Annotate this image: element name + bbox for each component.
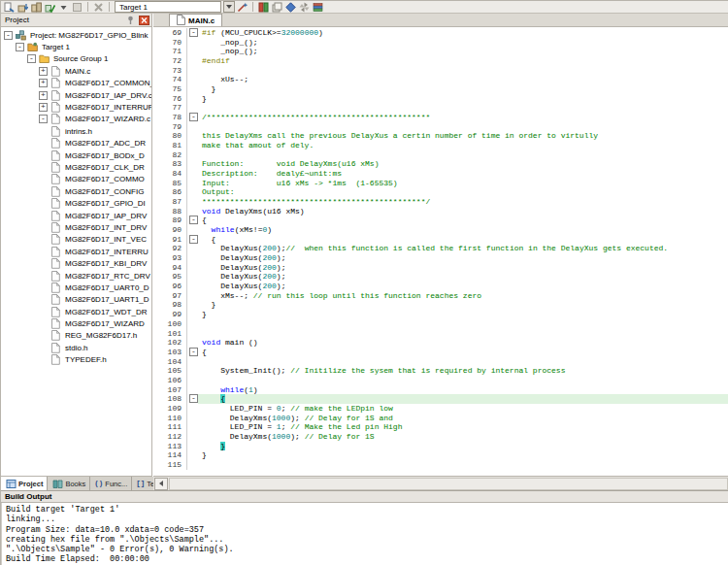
tree-item[interactable]: MG82F6D17_INT_VEC [1,234,151,246]
translate-icon[interactable] [3,1,16,13]
flash-download-icon[interactable] [257,1,270,13]
code-line[interactable]: 89-{ [153,216,728,225]
fold-collapse-icon[interactable]: - [189,28,198,37]
expand-expander-icon[interactable]: + [39,79,48,87]
code-line[interactable]: 99} [153,310,728,319]
code-line[interactable]: 70 _nop_(); [153,38,728,48]
code-editor[interactable]: 69-#if (MCU_CPUCLK>=32000000)70 _nop_();… [153,27,728,476]
build-icon[interactable] [17,1,29,13]
collapse-expander-icon[interactable]: - [4,31,13,40]
collapse-expander-icon[interactable]: - [39,115,48,123]
code-line[interactable]: 83Function: void DelayXms(u16 xMs) [153,159,728,169]
code-line[interactable]: 100 [153,319,728,329]
manage-project-items-icon[interactable] [271,1,283,13]
run-time-environment-icon[interactable] [284,1,297,13]
stop-build-icon[interactable] [71,1,83,13]
tree-item[interactable]: stdio.h [1,342,151,353]
tree-item[interactable]: +MAIN.c [1,65,151,77]
expand-expander-icon[interactable]: + [39,91,48,100]
fold-collapse-icon[interactable]: - [189,235,198,244]
panel-tab-books[interactable]: Books [48,477,90,490]
tree-item[interactable]: MG82F6D17_CLK_DR [1,161,151,173]
code-line[interactable]: 73 [153,66,728,76]
close-icon[interactable] [138,15,149,25]
panel-tab-project[interactable]: Project [1,477,48,490]
tree-item[interactable]: MG82F6D17_IAP_DRV [1,210,151,221]
tree-item[interactable]: MG82F6D17_COMMO [1,174,151,185]
code-line[interactable]: 76} [153,94,728,104]
code-line[interactable]: 107 while(1) [153,385,728,395]
tree-item[interactable]: MG82F6D17_ADC_DR [1,138,151,150]
code-line[interactable]: 110 DelayXms(1000); // Delay for 1S and [153,414,728,423]
tree-item[interactable]: -Project: MG82F6D17_GPIO_Blink [1,29,151,41]
code-line[interactable]: 109 LED_PIN = 0; // make the LEDpin low [153,404,728,414]
code-line[interactable]: 91- { [153,235,728,245]
fold-collapse-icon[interactable]: - [189,394,198,403]
code-line[interactable]: 69-#if (MCU_CPUCLK>=32000000) [153,28,728,38]
tree-item[interactable]: TYPEDEF.h [1,354,151,366]
tree-item[interactable]: intrins.h [1,125,151,137]
tree-item[interactable]: MG82F6D17_INTERRU [1,246,151,257]
code-line[interactable]: 112 DelayXms(1000); // Delay for 1S [153,432,728,442]
tree-item[interactable]: MG82F6D17_WDT_DR [1,306,151,317]
books-stack-icon[interactable] [312,1,324,13]
code-line[interactable]: 72#endif [153,56,728,66]
code-line[interactable]: 93 DelayXus(200); [153,253,728,263]
tree-item[interactable]: +MG82F6D17_IAP_DRV.c [1,89,151,101]
code-line[interactable]: 95 DelayXus(200); [153,272,728,282]
code-line[interactable]: 104 [153,357,728,367]
code-line[interactable]: 79 [153,122,728,132]
fold-collapse-icon[interactable]: - [189,216,198,224]
expand-expander-icon[interactable]: + [39,103,48,112]
code-line[interactable]: 94 DelayXus(200); [153,263,728,273]
download-icon[interactable] [92,1,105,13]
options-for-target-icon[interactable] [236,1,248,13]
collapse-expander-icon[interactable]: - [16,43,24,51]
tree-item[interactable]: -Source Group 1 [1,53,151,65]
code-line[interactable]: 114} [153,450,728,460]
code-line[interactable]: 88void DelayXms(u16 xMs) [153,207,728,216]
batch-build-icon[interactable] [44,1,56,13]
tree-item[interactable]: MG82F6D17_UART1_D [1,294,151,306]
tree-item[interactable]: MG82F6D17_CONFIG [1,185,151,197]
code-line[interactable]: 113 } [153,442,728,451]
code-line[interactable]: 106 [153,376,728,385]
scroll-left-button[interactable] [154,478,168,490]
code-line[interactable]: 87**************************************… [153,197,728,207]
code-line[interactable]: 82 [153,150,728,160]
code-line[interactable]: 115 [153,460,728,470]
target-select[interactable]: Target 1 [115,1,221,13]
tree-item[interactable]: REG_MG82F6D17.h [1,330,151,342]
tree-item[interactable]: MG82F6D17_KBI_DRV [1,257,151,269]
code-line[interactable]: 108- { [153,394,728,404]
tree-item[interactable]: MG82F6D17_WIZARD [1,317,151,329]
collapse-expander-icon[interactable]: - [27,54,36,63]
code-line[interactable]: 101 [153,329,728,339]
code-line[interactable]: 85Input: u16 xMs -> *1ms (1-65535) [153,179,728,188]
fold-collapse-icon[interactable]: - [189,348,198,356]
code-line[interactable]: 77 [153,103,728,113]
code-line[interactable]: 92 DelayXus(200);// when this function i… [153,244,728,253]
code-line[interactable]: 86Output: [153,187,728,197]
expand-expander-icon[interactable]: + [39,67,48,76]
tree-item[interactable]: -Target 1 [1,41,151,52]
target-select-dropdown-button[interactable] [223,1,235,13]
fold-collapse-icon[interactable]: - [189,113,198,121]
code-line[interactable]: 90 while(xMs!=0) [153,225,728,235]
tab-main-c[interactable]: MAIN.c [169,14,222,26]
editor-horizontal-scrollbar[interactable] [153,476,728,490]
tree-item[interactable]: -MG82F6D17_WIZARD.c [1,114,151,125]
scrollbar-track[interactable] [169,478,728,490]
tree-item[interactable]: MG82F6D17_UART0_D [1,282,151,293]
code-line[interactable]: 96 DelayXus(200); [153,282,728,291]
rebuild-icon[interactable] [30,1,43,13]
code-line[interactable]: 71 _nop_(); [153,47,728,56]
tree-item[interactable]: MG82F6D17_INT_DRV [1,221,151,233]
pin-icon[interactable] [124,15,136,25]
pinwheel-icon[interactable] [298,1,311,13]
code-line[interactable]: 74 xUs--; [153,75,728,84]
code-line[interactable]: 80this DelayXms call the previous DelayX… [153,131,728,141]
tree-item[interactable]: +MG82F6D17_COMMON_ [1,78,151,89]
code-line[interactable]: 75 } [153,84,728,94]
code-line[interactable]: 102void main () [153,338,728,348]
